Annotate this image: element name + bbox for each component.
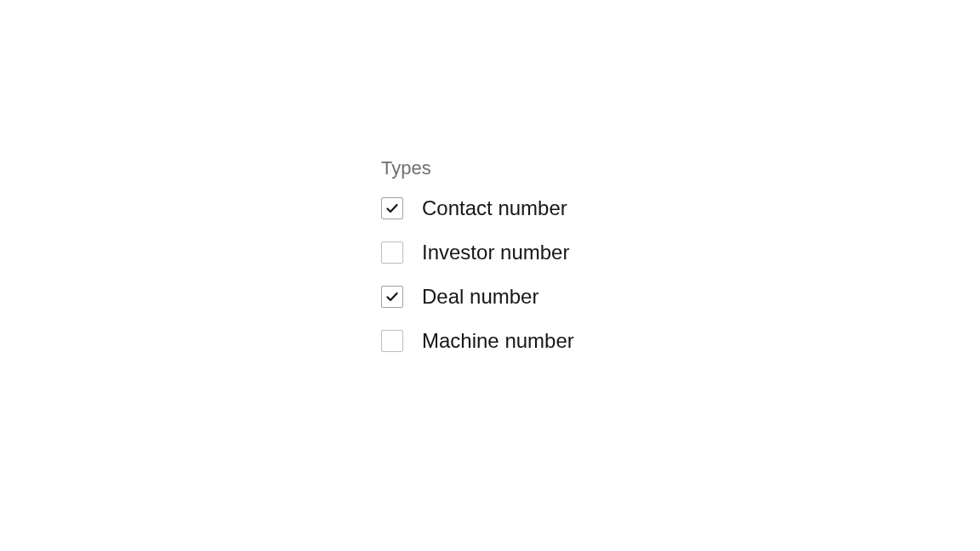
types-title: Types bbox=[381, 157, 574, 179]
checkbox-contact-number[interactable] bbox=[381, 197, 403, 219]
checkbox-row-contact-number: Contact number bbox=[381, 196, 574, 220]
checkbox-row-investor-number: Investor number bbox=[381, 241, 574, 264]
check-icon bbox=[385, 290, 399, 304]
checkbox-deal-number[interactable] bbox=[381, 286, 403, 308]
checkbox-investor-number[interactable] bbox=[381, 241, 403, 264]
check-icon bbox=[385, 202, 399, 215]
checkbox-machine-number[interactable] bbox=[381, 330, 403, 352]
checkbox-row-machine-number: Machine number bbox=[381, 329, 574, 353]
checkbox-label-deal-number[interactable]: Deal number bbox=[422, 285, 538, 309]
checkbox-label-machine-number[interactable]: Machine number bbox=[422, 329, 574, 353]
types-group: Types Contact number Investor number Dea… bbox=[381, 157, 574, 373]
checkbox-label-investor-number[interactable]: Investor number bbox=[422, 241, 569, 264]
checkbox-row-deal-number: Deal number bbox=[381, 285, 574, 309]
checkbox-label-contact-number[interactable]: Contact number bbox=[422, 196, 567, 220]
